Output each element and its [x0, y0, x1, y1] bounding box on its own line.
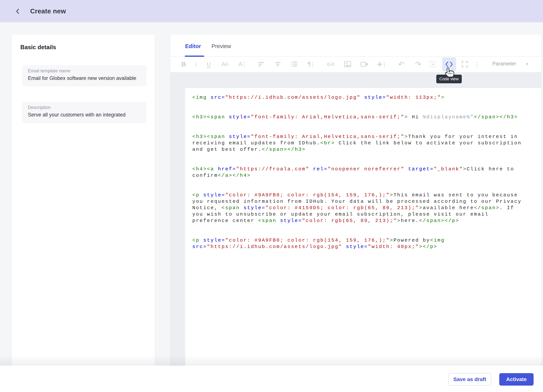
font-size-big-a: A [221, 61, 226, 68]
redo-icon[interactable]: ↷ [415, 60, 421, 68]
code-line[interactable]: 2 [192, 104, 528, 110]
header-bar: Create new [0, 0, 543, 22]
code-line[interactable]: 3<h3><span style="font-family: Arial,Hel… [192, 114, 528, 120]
code-segment-tag: <h4><a [192, 166, 214, 172]
code-segment-str: "color: #4159D5; color: rgb(65, 89, 213)… [266, 205, 419, 211]
code-line[interactable]: 7<h4><a href="https://froala.com" rel="n… [192, 166, 528, 179]
code-editor-content-area[interactable]: 1<img src="https://i.idhub.com/assets/lo… [185, 88, 541, 375]
fullscreen-icon[interactable] [462, 61, 468, 67]
code-segment-str: "width: 40px;" [368, 244, 419, 250]
chevron-left-icon [15, 8, 21, 15]
code-segment-tag: <p [192, 237, 200, 243]
save-as-draft-button[interactable]: Save as draft [448, 373, 491, 386]
code-line[interactable]: 6 [192, 156, 528, 162]
parameter-dropdown[interactable]: Parameter [492, 61, 516, 67]
tab-preview[interactable]: Preview [212, 43, 231, 49]
code-segment-tag: <img [192, 95, 207, 100]
parameter-caret-icon[interactable]: ▼ [526, 62, 529, 66]
code-segment-text: available here [423, 205, 474, 211]
code-line[interactable]: 10 [192, 227, 528, 234]
code-segment-attr: style= [200, 237, 225, 243]
code-segment-attr: style= [342, 244, 368, 250]
code-segment-tag: <br> [320, 140, 335, 146]
ordered-list-icon[interactable]: 123 [291, 61, 298, 67]
code-segment-tag: </span></p> [419, 218, 459, 224]
code-segment-tag: > [390, 192, 394, 198]
code-segment-tag: </span></h3> [474, 114, 518, 120]
code-segment-tag: </a></h4> [218, 173, 251, 178]
code-view-icon [445, 61, 453, 67]
align-center-icon[interactable] [275, 62, 281, 67]
select-all-icon[interactable] [430, 61, 436, 67]
code-segment-attr: src= [207, 95, 225, 100]
code-line[interactable]: 11<p style="color: #9A9FB0; color: rgb(1… [192, 237, 528, 250]
font-size-icon[interactable]: AA [221, 61, 228, 68]
code-line[interactable]: 4 [192, 124, 528, 130]
code-segment-str: "https://i.idhub.com/assets/logo.jpg" [225, 95, 361, 100]
code-segment-tag: > [404, 134, 408, 140]
code-segment-str: "width: 113px;" [386, 95, 441, 100]
code-segment-attr: style= [225, 114, 251, 120]
code-segment-text: here. [401, 218, 419, 224]
code-segment-attr: style= [276, 218, 302, 224]
code-segment-tag: </span> [474, 205, 500, 211]
insert-video-icon[interactable] [361, 62, 368, 67]
basic-details-title: Basic details [20, 44, 56, 51]
paragraph-format-icon[interactable]: ¶ [307, 61, 313, 68]
tab-editor[interactable]: Editor [185, 43, 201, 49]
bold-icon[interactable]: B [181, 61, 186, 68]
code-editor-container: 1<img src="https://i.idhub.com/assets/lo… [170, 72, 541, 375]
code-segment-tag: > [463, 166, 467, 172]
text-color-icon[interactable]: A [238, 61, 245, 68]
paragraph-dots [312, 62, 313, 63]
back-button[interactable] [14, 7, 22, 16]
code-segment-tag: <span [221, 205, 240, 211]
font-size-small-a: A [226, 62, 228, 67]
code-segment-tag: <img [430, 237, 445, 243]
email-template-name-value[interactable]: Email for Globex software new version av… [28, 75, 136, 81]
code-segment-tag: <h3><span [192, 114, 225, 120]
editor-panel: Editor Preview B i U AA A 123 ¶ [170, 34, 541, 375]
tabs-divider [170, 56, 541, 57]
insert-link-icon[interactable] [327, 62, 334, 67]
svg-text:1: 1 [291, 61, 292, 63]
italic-icon[interactable]: i [195, 61, 197, 68]
code-segment-tag: > [390, 237, 394, 243]
align-left-icon[interactable] [258, 62, 265, 67]
description-field[interactable]: Description Serve all your customers wit… [22, 102, 146, 123]
mouse-pointer-hand-icon [444, 67, 455, 79]
undo-icon[interactable]: ↶ [398, 60, 404, 68]
create-new-template-page: Create new Basic details Email template … [0, 0, 543, 392]
insert-more-dots [384, 62, 385, 63]
code-segment-tag: > [419, 205, 423, 211]
code-segment-tag: ></p> [419, 244, 437, 250]
more-options-icon[interactable]: ⋮ [474, 61, 480, 68]
code-segment-text: Powered by [394, 237, 430, 243]
code-line[interactable]: 1<img src="https://i.idhub.com/assets/lo… [192, 94, 528, 101]
active-tab-underline [185, 56, 204, 57]
code-rows: 1<img src="https://i.idhub.com/assets/lo… [185, 88, 541, 261]
insert-more-icon[interactable] [377, 62, 385, 67]
description-value[interactable]: Serve all your customers with an integra… [28, 112, 125, 118]
email-template-name-field[interactable]: Email template name Email for Globex sof… [22, 65, 146, 86]
svg-text:2: 2 [291, 63, 292, 65]
code-segment-attr: style= [200, 192, 225, 198]
code-line[interactable]: 9<p style="color: #9A9FB0; color: rgb(15… [192, 192, 528, 224]
code-segment-str: "_blank" [434, 166, 463, 172]
basic-details-panel: Basic details Email template name Email … [11, 34, 155, 375]
code-segment-str: "color: #9A9FB0; color: rgb(154, 159, 17… [225, 237, 390, 243]
code-segment-tag: > [397, 218, 401, 224]
insert-image-icon[interactable] [344, 61, 351, 67]
code-segment-tag: > [404, 114, 408, 120]
code-segment-tag: > [441, 95, 445, 100]
page-title: Create new [30, 0, 66, 22]
paragraph-mark: ¶ [307, 61, 311, 68]
code-segment-str: "font-family: Arial,Helvetica,sans-serif… [251, 114, 404, 120]
code-line[interactable]: 5<h3><span style="font-family: Arial,Hel… [192, 134, 528, 153]
code-line[interactable]: 8 [192, 182, 528, 189]
underline-icon[interactable]: U [207, 61, 211, 67]
code-segment-muted: %displayname%” [423, 114, 474, 120]
code-segment-tag: </span></h3> [262, 147, 306, 152]
activate-button[interactable]: Activate [499, 373, 534, 386]
code-segment-str: "noopener noreferrer" [328, 166, 404, 172]
